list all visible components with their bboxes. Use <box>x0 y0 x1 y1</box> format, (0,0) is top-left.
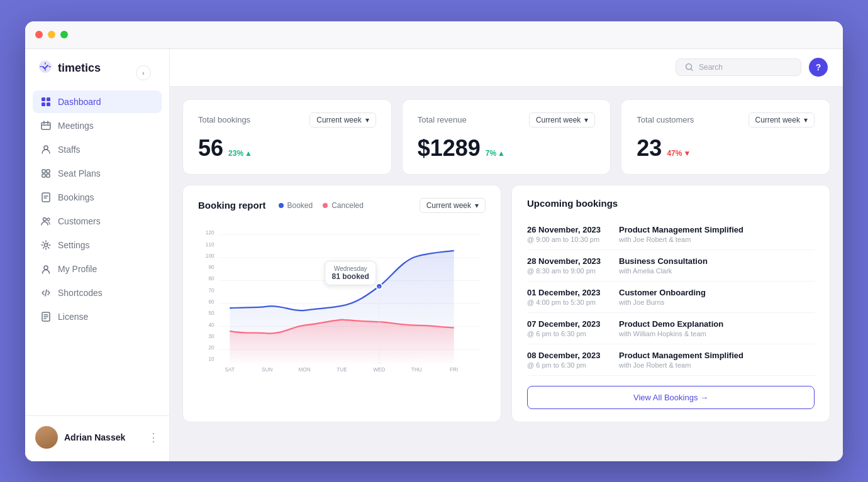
search-box[interactable]: Search <box>676 58 801 76</box>
booking-item: 08 December, 2023 @ 6 pm to 6:30 pm Prod… <box>527 344 815 376</box>
meetings-icon <box>40 120 52 131</box>
svg-rect-9 <box>47 174 50 177</box>
booking-item: 26 November, 2023 @ 9:00 am to 10:30 pm … <box>527 219 815 250</box>
booking-with: with Joe Robert & team <box>619 361 743 369</box>
sidebar-item-bookings[interactable]: Bookings <box>33 186 162 209</box>
tooltip-label: Wednesday <box>332 265 369 272</box>
chart-title: Booking report <box>198 200 266 211</box>
period-selector-revenue[interactable]: Current week ▾ <box>529 112 595 128</box>
svg-text:SAT: SAT <box>225 366 235 372</box>
upcoming-bookings-card: Upcoming bookings 26 November, 2023 @ 9:… <box>511 185 830 422</box>
period-selector-bookings[interactable]: Current week ▾ <box>309 112 376 128</box>
period-label: Current week <box>316 116 361 124</box>
svg-text:70: 70 <box>208 287 214 293</box>
sidebar-item-staffs[interactable]: Staffs <box>33 138 162 161</box>
sidebar-item-seat-plans[interactable]: Seat Plans <box>33 162 162 185</box>
svg-text:80: 80 <box>208 276 214 282</box>
booking-chart: 120 110 100 90 80 70 60 50 40 30 20 <box>198 223 486 373</box>
svg-text:WED: WED <box>373 366 385 372</box>
chart-legend: Booked Canceled <box>279 201 364 210</box>
stat-header: Total bookings Current week ▾ <box>198 112 376 128</box>
sidebar-collapse-button[interactable]: ‹ <box>136 65 151 80</box>
chart-period-selector[interactable]: Current week ▾ <box>420 198 486 213</box>
sidebar-item-dashboard[interactable]: Dashboard <box>33 90 162 113</box>
sidebar-nav: Dashboard Meetings <box>25 90 169 415</box>
search-icon <box>685 63 694 72</box>
customers-badge: 47% ▼ <box>667 149 691 158</box>
stat-header: Total customers Current week ▾ <box>637 112 815 128</box>
svg-text:90: 90 <box>208 265 214 270</box>
sidebar-item-license[interactable]: License <box>33 305 162 328</box>
stat-card-revenue: Total revenue Current week ▾ $1289 7% ▲ <box>402 99 611 175</box>
stat-title: Total bookings <box>198 115 250 124</box>
logo-icon <box>38 59 53 78</box>
sidebar-item-settings[interactable]: Settings <box>33 234 162 256</box>
chevron-down-icon: ▾ <box>475 201 479 210</box>
stat-header: Total revenue Current week ▾ <box>418 112 596 128</box>
sidebar-footer: Adrian Nassek ⋮ <box>25 415 169 461</box>
svg-text:60: 60 <box>208 299 214 304</box>
period-selector-customers[interactable]: Current week ▾ <box>748 112 815 128</box>
svg-point-12 <box>47 218 50 221</box>
sidebar-item-my-profile[interactable]: My Profile <box>33 258 162 280</box>
svg-rect-3 <box>47 102 50 106</box>
minimize-dot[interactable] <box>48 31 55 38</box>
booking-with: with Joe Burns <box>619 299 706 306</box>
booking-item: 07 December, 2023 @ 6 pm to 6:30 pm Prod… <box>527 313 815 344</box>
bottom-row: Booking report Booked Canceled <box>182 185 830 422</box>
tooltip-value: 81 booked <box>332 272 369 281</box>
booking-event: Product Management Simplified <box>619 351 743 360</box>
shortcodes-icon <box>40 287 52 299</box>
chevron-down-icon: ▾ <box>584 116 588 124</box>
booking-time: @ 9:00 am to 10:30 pm <box>527 236 609 243</box>
booking-time: @ 6 pm to 6:30 pm <box>527 361 609 369</box>
sidebar-item-label: Dashboard <box>58 97 101 107</box>
booked-dot <box>279 203 284 208</box>
user-name: Adrian Nassek <box>64 432 142 442</box>
booking-date: 07 December, 2023 @ 6 pm to 6:30 pm <box>527 319 609 337</box>
booking-event: Product Management Simplified <box>619 225 743 234</box>
close-dot[interactable] <box>35 31 43 38</box>
bookings-icon <box>40 192 52 203</box>
user-menu-button[interactable]: ⋮ <box>148 430 159 444</box>
sidebar-item-meetings[interactable]: Meetings <box>33 114 162 137</box>
view-all-bookings-button[interactable]: View All Bookings → <box>527 386 815 409</box>
staffs-icon <box>40 144 52 155</box>
settings-icon <box>40 239 52 251</box>
sidebar-item-shortcodes[interactable]: Shortcodes <box>33 282 162 304</box>
revenue-badge: 7% ▲ <box>486 149 505 158</box>
booking-with: with Amelia Clark <box>619 267 708 275</box>
license-icon <box>40 311 52 322</box>
svg-text:20: 20 <box>208 345 214 351</box>
svg-rect-2 <box>42 102 45 106</box>
chart-header: Booking report Booked Canceled <box>198 198 486 213</box>
badge-value: 7% <box>486 149 496 158</box>
chart-period-label: Current week <box>426 201 471 210</box>
svg-text:30: 30 <box>208 333 214 339</box>
chevron-down-icon: ▾ <box>804 116 808 124</box>
booking-date: 08 December, 2023 @ 6 pm to 6:30 pm <box>527 351 609 369</box>
bookings-number: 56 <box>198 135 223 162</box>
svg-rect-10 <box>42 193 50 202</box>
sidebar-item-label: Settings <box>58 240 90 250</box>
my-profile-icon <box>40 263 52 275</box>
chevron-down-icon: ▾ <box>365 116 369 124</box>
svg-rect-8 <box>42 174 45 177</box>
help-button[interactable]: ? <box>809 58 828 77</box>
svg-rect-1 <box>47 97 50 101</box>
maximize-dot[interactable] <box>60 31 68 38</box>
badge-value: 47% <box>667 149 682 158</box>
booking-time: @ 4:00 pm to 5:30 pm <box>527 299 609 306</box>
stats-row: Total bookings Current week ▾ 56 23% ▲ <box>182 99 830 175</box>
period-label: Current week <box>755 116 800 124</box>
sidebar-item-customers[interactable]: Customers <box>33 210 162 233</box>
booked-label: Booked <box>287 201 313 210</box>
stat-value: 23 47% ▼ <box>637 135 815 162</box>
booking-with: with William Hopkins & team <box>619 330 723 337</box>
sidebar-item-label: Bookings <box>58 192 94 202</box>
dashboard-icon <box>40 96 52 107</box>
topbar: Search ? <box>170 49 843 87</box>
booking-date: 26 November, 2023 @ 9:00 am to 10:30 pm <box>527 225 609 243</box>
stat-card-customers: Total customers Current week ▾ 23 47% ▼ <box>621 99 830 175</box>
badge-value: 23% <box>228 149 243 158</box>
